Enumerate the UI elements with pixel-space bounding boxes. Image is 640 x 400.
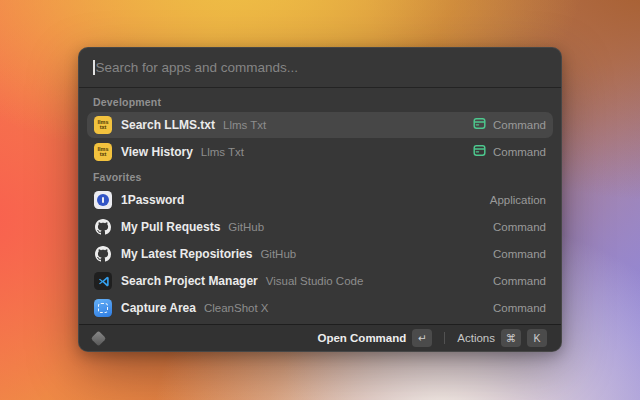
launcher-window: DevelopmentllmstxtSearch LLMS.txtLlms Tx… bbox=[78, 47, 562, 352]
item-type-label: Command bbox=[493, 119, 546, 131]
footer-divider bbox=[444, 332, 445, 344]
item-type-label: Command bbox=[493, 248, 546, 260]
item-subtitle: CleanShot X bbox=[204, 302, 269, 314]
open-command-label: Open Command bbox=[317, 332, 406, 344]
list-item[interactable]: Capture AreaCleanShot XCommand bbox=[87, 295, 553, 321]
section-header-favorites: Favorites bbox=[93, 171, 547, 183]
list-item[interactable]: My Latest RepositoriesGitHubCommand bbox=[87, 241, 553, 267]
list-item[interactable]: llmstxtView HistoryLlms TxtCommand bbox=[87, 139, 553, 165]
github-icon bbox=[94, 218, 112, 236]
1password-icon bbox=[94, 191, 112, 209]
list-item[interactable]: My Pull RequestsGitHubCommand bbox=[87, 214, 553, 240]
item-subtitle: GitHub bbox=[260, 248, 296, 260]
k-key-icon: K bbox=[527, 329, 547, 347]
command-key-icon: ⌘ bbox=[501, 329, 521, 347]
item-type-label: Command bbox=[493, 221, 546, 233]
item-type-label: Application bbox=[490, 194, 546, 206]
llms-txt-icon: llmstxt bbox=[94, 143, 112, 161]
search-input[interactable] bbox=[96, 60, 548, 75]
item-type-label: Command bbox=[493, 275, 546, 287]
item-subtitle: Llms Txt bbox=[223, 119, 266, 131]
item-type-label: Command bbox=[493, 302, 546, 314]
item-subtitle: Visual Studio Code bbox=[266, 275, 364, 287]
list-item[interactable]: 1PasswordApplication bbox=[87, 187, 553, 213]
item-title: 1Password bbox=[121, 193, 184, 207]
command-window-icon bbox=[473, 116, 486, 134]
search-bar[interactable] bbox=[79, 48, 561, 88]
footer-bar: Open Command ↵ Actions ⌘ K bbox=[79, 324, 561, 351]
raycast-logo-icon[interactable] bbox=[91, 330, 107, 346]
item-title: Search Project Manager bbox=[121, 274, 258, 288]
item-title: My Latest Repositories bbox=[121, 247, 252, 261]
actions-label: Actions bbox=[457, 332, 495, 344]
item-title: Search LLMS.txt bbox=[121, 118, 215, 132]
list-item[interactable]: Search Project ManagerVisual Studio Code… bbox=[87, 268, 553, 294]
cleanshot-icon bbox=[94, 299, 112, 317]
item-subtitle: Llms Txt bbox=[201, 146, 244, 158]
command-window-icon bbox=[473, 143, 486, 161]
actions-button[interactable]: Actions ⌘ K bbox=[453, 327, 551, 349]
return-key-icon: ↵ bbox=[412, 329, 432, 347]
item-subtitle: GitHub bbox=[228, 221, 264, 233]
item-title: My Pull Requests bbox=[121, 220, 220, 234]
item-title: View History bbox=[121, 145, 193, 159]
llms-txt-icon: llmstxt bbox=[94, 116, 112, 134]
list-item[interactable]: llmstxtSearch LLMS.txtLlms TxtCommand bbox=[87, 112, 553, 138]
github-icon bbox=[94, 245, 112, 263]
open-command-button[interactable]: Open Command ↵ bbox=[313, 327, 436, 349]
item-title: Capture Area bbox=[121, 301, 196, 315]
results-list: DevelopmentllmstxtSearch LLMS.txtLlms Tx… bbox=[79, 88, 561, 324]
section-header-development: Development bbox=[93, 96, 547, 108]
vscode-icon bbox=[94, 272, 112, 290]
text-caret bbox=[93, 60, 95, 75]
item-type-label: Command bbox=[493, 146, 546, 158]
